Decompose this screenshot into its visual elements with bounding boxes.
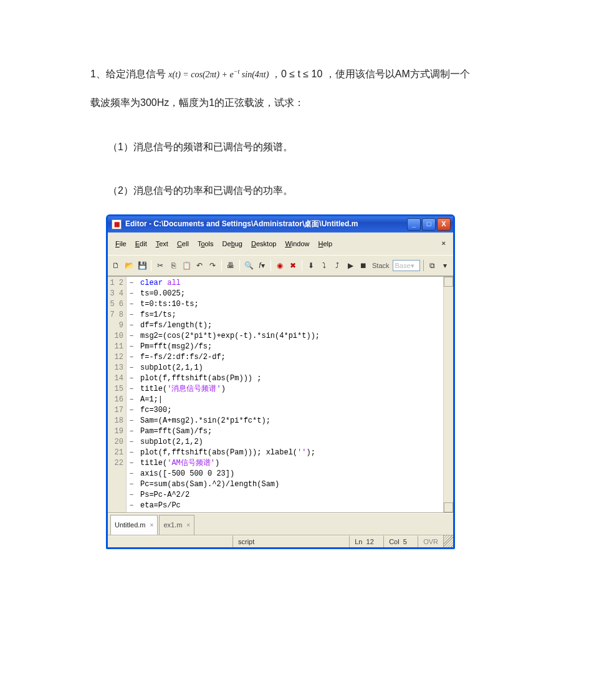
- title-bar[interactable]: ▦ Editor - C:\Documents and Settings\Adm…: [108, 216, 453, 233]
- redo-icon[interactable]: ↷: [207, 260, 218, 271]
- menu-text[interactable]: Text: [152, 234, 172, 253]
- problem-line1: 1、给定消息信号 x(t) = cos(2πt) + e−t sin(4πt) …: [90, 62, 508, 86]
- copy-icon[interactable]: ⎘: [168, 260, 179, 271]
- line-number-gutter: 1 2 3 4 5 6 7 8 9 10 11 12 13 14 15 16 1…: [108, 277, 127, 512]
- separator: [271, 260, 271, 271]
- breakpoint-clear-icon[interactable]: ✖: [287, 260, 299, 271]
- status-bar: script Ln 12 Col 5 OVR: [108, 535, 453, 547]
- tab-untitled[interactable]: Untitled.m×: [110, 515, 158, 534]
- step-icon[interactable]: ⬇: [305, 260, 317, 271]
- menu-tools[interactable]: Tools: [194, 234, 218, 253]
- toolbar: 🗋 📂 💾 ✂ ⎘ 📋 ↶ ↷ 🖶 🔍 f▾ ◉ ✖ ⬇ ⤵ ⤴ ▶ ⏹ Sta…: [108, 255, 453, 276]
- document-body: 1、给定消息信号 x(t) = cos(2πt) + e−t sin(4πt) …: [0, 0, 589, 574]
- menu-window[interactable]: Window: [281, 234, 313, 253]
- question-2: （2）消息信号的功率和已调信号的功率。: [90, 179, 508, 203]
- vertical-scrollbar[interactable]: [443, 277, 453, 512]
- text: ，0 ≤ t ≤ 10 ，使用该信号以AM方式调制一个: [271, 69, 470, 79]
- dock-icon[interactable]: ⧉: [426, 260, 438, 271]
- menu-bar: File Edit Text Cell Tools Debug Desktop …: [108, 233, 453, 255]
- text: 1、给定消息信号: [90, 69, 166, 79]
- menu-help[interactable]: Help: [315, 234, 337, 253]
- status-empty: [108, 535, 232, 547]
- status-line: Ln 12: [349, 535, 383, 547]
- tab-close-icon[interactable]: ×: [184, 518, 190, 533]
- formula: x(t) = cos(2πt) + e−t sin(4πt): [168, 70, 271, 79]
- step-out-icon[interactable]: ⤴: [332, 260, 343, 271]
- editor-body: 1 2 3 4 5 6 7 8 9 10 11 12 13 14 15 16 1…: [108, 276, 453, 513]
- window-title: Editor - C:\Documents and Settings\Admin…: [125, 215, 407, 233]
- step-in-icon[interactable]: ⤵: [318, 260, 330, 271]
- tab-close-icon[interactable]: ×: [148, 518, 154, 533]
- paste-icon[interactable]: 📋: [181, 260, 192, 271]
- breakpoint-set-icon[interactable]: ◉: [274, 260, 285, 271]
- separator: [302, 260, 302, 271]
- separator: [239, 260, 240, 271]
- question-1: （1）消息信号的频谱和已调信号的频谱。: [90, 135, 508, 159]
- close-button[interactable]: X: [437, 218, 451, 231]
- breakpoint-gutter[interactable]: – – – – – – – – – – – – – – – – – – – – …: [127, 277, 136, 512]
- tab-label: Untitled.m: [115, 517, 146, 533]
- continue-icon[interactable]: ▶: [345, 260, 356, 271]
- menu-file[interactable]: File: [112, 234, 130, 253]
- maximize-button[interactable]: □: [422, 218, 436, 231]
- doc-close-icon[interactable]: ×: [438, 234, 449, 252]
- stop-icon[interactable]: ⏹: [358, 260, 369, 271]
- file-tabs: Untitled.m× ex1.m×: [108, 513, 453, 534]
- cut-icon[interactable]: ✂: [155, 260, 166, 271]
- function-icon[interactable]: f▾: [256, 260, 267, 271]
- editor-window: ▦ Editor - C:\Documents and Settings\Adm…: [106, 214, 455, 549]
- menu-debug[interactable]: Debug: [219, 234, 246, 253]
- problem-line2: 载波频率为300Hz，幅度为1的正弦载波，试求：: [90, 91, 508, 115]
- status-ovr: OVR: [418, 535, 443, 547]
- tab-label: ex1.m: [163, 517, 182, 533]
- find-icon[interactable]: 🔍: [243, 260, 254, 271]
- save-icon[interactable]: 💾: [136, 260, 148, 271]
- new-icon[interactable]: 🗋: [110, 260, 122, 271]
- stack-select[interactable]: Base ▾: [393, 260, 420, 271]
- menu-desktop[interactable]: Desktop: [247, 234, 280, 253]
- resize-grip[interactable]: [443, 535, 453, 547]
- separator: [151, 260, 151, 271]
- menu-cell[interactable]: Cell: [173, 234, 193, 253]
- undo-icon[interactable]: ↶: [194, 260, 205, 271]
- dropdown-icon[interactable]: ▾: [439, 260, 451, 271]
- menu-edit[interactable]: Edit: [132, 234, 151, 253]
- print-icon[interactable]: 🖶: [225, 260, 236, 271]
- app-icon: ▦: [112, 219, 122, 229]
- open-icon[interactable]: 📂: [123, 260, 135, 271]
- minimize-button[interactable]: _: [407, 218, 421, 231]
- status-script: script: [232, 535, 349, 547]
- code-area[interactable]: clear all ts=0.0025; t=0:ts:10-ts; fs=1/…: [136, 277, 443, 512]
- stack-label: Stack: [371, 257, 391, 274]
- separator: [221, 260, 222, 271]
- tab-ex1[interactable]: ex1.m×: [159, 515, 194, 534]
- status-col: Col 5: [383, 535, 418, 547]
